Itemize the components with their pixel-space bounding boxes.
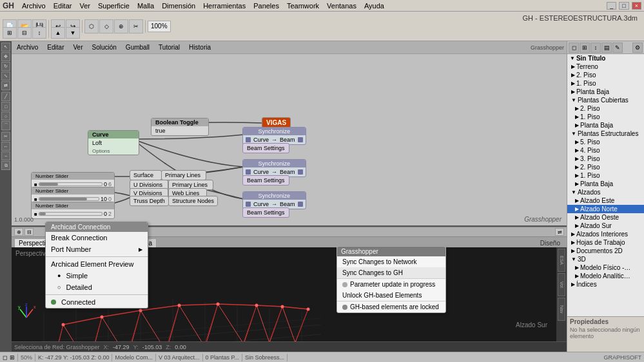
panel-icon-3[interactable]: ↕ [590, 43, 601, 53]
panel-icon-5[interactable]: ✎ [612, 43, 623, 53]
toolbar-btn-3[interactable]: ⊕ [114, 19, 128, 33]
tree-item-plantabaja[interactable]: ▶ Planta Baja [567, 88, 644, 96]
gh-tab-editar[interactable]: Editar [44, 43, 66, 52]
gh-tab-tutorial[interactable]: Tutorial [156, 43, 182, 52]
vp-tab-btn-1[interactable]: ESA [558, 249, 565, 272]
menu-dimension[interactable]: Dimensión [162, 2, 195, 10]
gh-popup-unlock[interactable]: Unlock GH-based Elements [337, 290, 445, 301]
number-slider-3[interactable]: Number Slider ■ 0 2 [31, 202, 115, 219]
tree-item-pe-4piso[interactable]: ▶ 4. Piso [567, 146, 644, 155]
vp-tab-btn-2[interactable]: Vol [558, 273, 565, 296]
panel-icon-4[interactable]: ▤ [601, 43, 612, 53]
tree-item-sintitulo[interactable]: ▼ Sin Título [567, 54, 644, 62]
vp-tab-btn-3[interactable]: Nav [558, 298, 565, 321]
tree-item-alzado-sur[interactable]: ▶ Alzado Sur [567, 222, 644, 230]
slider3-track[interactable] [39, 212, 102, 216]
tree-item-alzado-norte[interactable]: ▶ Alzado Norte [567, 205, 644, 213]
viewport-diseño[interactable]: Diseño [536, 239, 564, 247]
boolean-toggle-node[interactable]: Boolean Toggle true [151, 118, 209, 136]
tree-item-doc2d[interactable]: ▶ Documentos 2D [567, 247, 644, 255]
tree-item-pc-1piso[interactable]: ▶ 1. Piso [567, 113, 644, 121]
window-minimize[interactable]: _ [607, 2, 616, 10]
sb-icon2[interactable]: ⊞ [10, 354, 15, 361]
toolbar-row2-1[interactable]: ⊞ [3, 27, 17, 39]
gh-subtoolbar-icon1[interactable]: ⊕ [14, 228, 23, 236]
gh-canvas[interactable]: Boolean Toggle true VIGAS Curve Loft [12, 54, 567, 227]
sync-node-3[interactable]: Synchronize Curve → Beam [242, 191, 306, 209]
menu-ayuda[interactable]: Ayuda [364, 2, 384, 10]
curve-loft-node[interactable]: Curve Loft Options [88, 130, 139, 155]
slider2-track[interactable] [39, 197, 99, 201]
tree-item-pe-5piso[interactable]: ▶ 5. Piso [567, 138, 644, 146]
primary-lines-node[interactable]: Primary Lines [161, 170, 206, 180]
window-close[interactable]: × [632, 2, 641, 10]
tool-move[interactable]: ✥ [1, 52, 10, 61]
menu-detailed[interactable]: ○ Detailed [46, 281, 148, 293]
tree-item-alzados[interactable]: ▼ Alzados [567, 188, 644, 196]
panel-icon-2[interactable]: ⊞ [580, 43, 590, 53]
slider1-track[interactable] [39, 182, 102, 186]
toolbar-row2-4[interactable]: ▲ [51, 27, 65, 39]
tree-item-pe-planta[interactable]: ▶ Planta Baja [567, 180, 644, 188]
tool-trim[interactable]: ✂ [1, 132, 10, 141]
sync-node-1[interactable]: Synchronize Curve → Beam [242, 127, 306, 145]
sb-icon1[interactable]: ◻ [3, 354, 7, 361]
menu-paneles[interactable]: Paneles [253, 2, 279, 10]
panel-icon-settings[interactable]: ⚙ [632, 43, 643, 53]
tree-item-2piso[interactable]: ▶ 2. Piso [567, 71, 644, 79]
tree-item-alzado-oeste[interactable]: ▶ Alzado Oeste [567, 213, 644, 222]
tree-item-modelo-analitico[interactable]: ▶ Modelo Analítico - Aarm... [567, 272, 644, 280]
tree-item-plantas-estructurales[interactable]: ▼ Plantas Estructurales [567, 129, 644, 138]
gh-popup-progress[interactable]: Parameter update in progress [337, 279, 445, 290]
tool-fillet[interactable]: ⌣ [1, 151, 10, 160]
gh-popup-locked[interactable]: GH-based elements are locked [337, 301, 445, 312]
gh-popup-sync-network[interactable]: Sync Changes to Network [337, 256, 445, 267]
tool-offset[interactable]: ⧉ [1, 161, 10, 170]
tool-line[interactable]: ╱ [1, 92, 10, 101]
menu-archicad-preview[interactable]: Archicad Element Preview [46, 258, 148, 270]
tree-item-terreno[interactable]: ▶ Terreno [567, 62, 644, 71]
zoom-display[interactable]: 100% [148, 21, 171, 32]
surface-node[interactable]: Surface [130, 170, 162, 180]
truss-depth-node[interactable]: Truss Depth [130, 196, 169, 206]
tree-item-1piso[interactable]: ▶ 1. Piso [567, 79, 644, 88]
gh-subtoolbar-icon2[interactable]: ⊟ [24, 228, 34, 236]
tool-select[interactable]: ↖ [1, 43, 10, 52]
tree-item-alzado-este[interactable]: ▶ Alzado Este [567, 196, 644, 205]
beam-settings-2[interactable]: Beam Settings [242, 175, 289, 186]
menu-connected[interactable]: Connected [46, 296, 148, 308]
menu-superficie[interactable]: Superficie [98, 2, 130, 10]
tree-item-plantas-cubiertas[interactable]: ▼ Plantas Cubiertas [567, 96, 644, 104]
tree-item-pc-2piso[interactable]: ▶ 2. Piso [567, 104, 644, 113]
tool-scale[interactable]: ⤡ [1, 71, 10, 81]
tool-curve[interactable]: ⌒ [1, 121, 10, 130]
tool-mirror[interactable]: ⇄ [1, 81, 10, 90]
gh-tab-gumball[interactable]: Gumball [123, 43, 152, 52]
menu-teamwork[interactable]: Teamwork [287, 2, 319, 10]
tree-item-pc-planta[interactable]: ▶ Planta Baja [567, 121, 644, 129]
menu-break-connection[interactable]: Break Connection [46, 232, 148, 243]
toolbar-row2-3[interactable]: ↕ [32, 27, 46, 39]
panel-icon-1[interactable]: ◻ [569, 43, 579, 53]
gh-tab-solucion[interactable]: Solución [90, 43, 119, 52]
tree-panel[interactable]: ▼ Sin Título ▶ Terreno ▶ 2. Piso ▶ 1. Pi… [567, 54, 644, 316]
tree-item-pe-2piso[interactable]: ▶ 2. Piso [567, 163, 644, 171]
tree-item-3d[interactable]: ▼ 3D [567, 255, 644, 263]
tree-item-pe-3piso[interactable]: ▶ 3. Piso [567, 155, 644, 163]
menu-simple[interactable]: ● Simple [46, 270, 148, 281]
toolbar-btn-4[interactable]: ✂ [129, 19, 143, 33]
menu-malla[interactable]: Malla [137, 2, 154, 10]
gh-tab-archivo[interactable]: Archivo [14, 43, 41, 52]
beam-settings-1[interactable]: Beam Settings [242, 143, 289, 153]
menu-herramientas[interactable]: Herramientas [203, 2, 246, 10]
window-maximize[interactable]: □ [619, 2, 629, 10]
tool-circle[interactable]: ○ [1, 111, 10, 120]
toolbar-btn-1[interactable]: ⬡ [84, 19, 99, 33]
menu-ver[interactable]: Ver [79, 2, 90, 10]
tool-rotate[interactable]: ↻ [1, 62, 10, 71]
menu-archivo[interactable]: Archivo [22, 2, 46, 10]
gh-popup-sync-gh[interactable]: Sync Changes to GH [337, 267, 445, 278]
toolbar-row2-2[interactable]: ⊟ [17, 27, 32, 39]
menu-ventanas[interactable]: Ventanas [327, 2, 356, 10]
structure-nodes-node[interactable]: Structure Nodes [168, 196, 218, 206]
